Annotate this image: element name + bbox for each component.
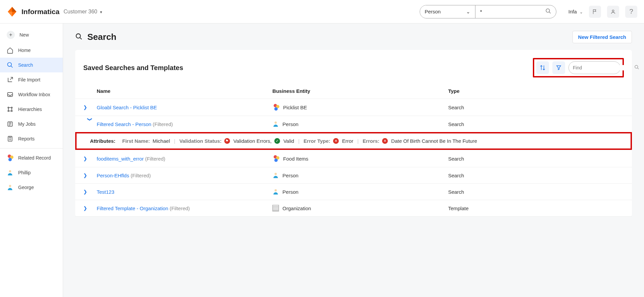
global-search-input[interactable] [480, 9, 545, 14]
flag-icon[interactable] [589, 6, 601, 18]
sidebar-recent-related-record[interactable]: Related Record [0, 151, 63, 165]
svg-point-22 [275, 173, 277, 175]
user-admin-icon[interactable] [607, 6, 619, 18]
table-row: ❯ Filtered Search - Person (Filtered) Pe… [75, 116, 632, 132]
be-name: Person [282, 121, 298, 127]
chevron-down-icon: ⌄ [580, 10, 583, 14]
sidebar-item-file-import[interactable]: File Import [0, 72, 63, 87]
sidebar-item-home[interactable]: Home [0, 43, 63, 58]
chevron-down-icon: ⌄ [466, 9, 470, 15]
svg-line-20 [637, 68, 639, 69]
sidebar-item-label: Search [18, 62, 33, 68]
type-cell: Search [448, 189, 624, 195]
search-icon[interactable] [545, 8, 551, 15]
sidebar: + New Home Search File Import Workflow I… [0, 23, 63, 297]
new-filtered-search-button[interactable]: New Filtered Search [572, 31, 632, 43]
multi-dot-icon [7, 155, 13, 161]
filtered-tag: (Filtered) [131, 173, 151, 178]
sort-button[interactable] [536, 61, 549, 74]
multi-dot-icon [272, 155, 280, 162]
be-name: Person [282, 189, 298, 195]
svg-point-6 [8, 63, 12, 67]
type-cell: Search [448, 121, 624, 127]
saved-searches-panel: Saved Searches and Templates [75, 50, 632, 217]
sidebar-item-label: File Import [18, 77, 40, 82]
search-icon[interactable] [634, 65, 639, 71]
svg-point-12 [11, 110, 12, 111]
informatica-logo-icon [7, 6, 17, 17]
jobs-icon [7, 121, 13, 127]
filtered-tag: (Filtered) [170, 205, 190, 211]
sidebar-recent-george[interactable]: George [0, 180, 63, 195]
svg-point-23 [275, 189, 277, 192]
sidebar-item-reports[interactable]: Reports [0, 131, 63, 146]
find-input[interactable] [573, 65, 632, 70]
sidebar-item-my-jobs[interactable]: My Jobs [0, 117, 63, 131]
table-row: ❯ Person-EHflds (Filtered) Person Search [75, 167, 632, 183]
person-icon [7, 169, 13, 176]
person-icon [272, 121, 279, 127]
expand-toggle[interactable]: ❯ [87, 117, 93, 131]
type-cell: Search [448, 156, 624, 162]
help-icon[interactable]: ? [625, 6, 637, 18]
svg-point-11 [8, 110, 9, 111]
search-name-link[interactable]: Filtered Template - Organization [97, 205, 168, 211]
search-name-link[interactable]: Gloabl Search - Picklist BE [97, 105, 157, 110]
sidebar-recent-label: George [18, 185, 34, 190]
filtered-tag: (Filtered) [145, 156, 165, 162]
svg-point-19 [635, 65, 638, 68]
saved-searches-table: Name Business Entity Type ❯ Gloabl Searc… [75, 83, 632, 217]
attributes-detail-highlight: Attributes: First Name: Michael | Valida… [75, 132, 632, 150]
expand-toggle[interactable]: ❯ [83, 205, 97, 211]
be-name: Food Items [283, 156, 308, 162]
svg-marker-1 [12, 7, 16, 11]
search-name-link[interactable]: Filtered Search - Person [97, 121, 151, 127]
sidebar-recent-label: Related Record [18, 155, 51, 161]
find-wrap [568, 61, 620, 74]
error-badge-icon: ⚑ [224, 138, 230, 144]
attr-key-validation-status: Validation Status: [179, 138, 222, 144]
svg-point-9 [8, 107, 9, 108]
attr-val-first-name: Michael [153, 138, 170, 144]
type-cell: Search [448, 105, 624, 110]
entity-select[interactable]: Person ⌄ [420, 5, 475, 18]
plus-icon: + [7, 31, 15, 39]
svg-point-5 [612, 10, 614, 11]
expand-toggle[interactable]: ❯ [83, 189, 97, 194]
user-dropdown[interactable]: Infa ⌄ [568, 9, 583, 14]
filter-button[interactable] [552, 61, 565, 74]
svg-point-17 [76, 34, 81, 38]
expand-toggle[interactable]: ❯ [83, 105, 97, 110]
search-name-link[interactable]: Person-EHflds [97, 173, 129, 178]
sidebar-new[interactable]: + New [0, 27, 63, 43]
valid-badge-icon: ✓ [274, 138, 280, 144]
page-title: Search [87, 32, 117, 42]
search-name-link[interactable]: Test123 [97, 189, 114, 195]
be-name: Organization [282, 205, 311, 211]
table-row: ❯ fooditems_with_error (Filtered) Food I… [75, 150, 632, 167]
top-header: Informatica Customer 360 ▾ Person ⌄ Infa… [0, 0, 644, 23]
panel-title: Saved Searches and Templates [83, 64, 183, 72]
table-row: ❯ Gloabl Search - Picklist BE Picklist B… [75, 99, 632, 116]
sidebar-recent-phillip[interactable]: Phillip [0, 165, 63, 180]
person-icon [7, 184, 13, 191]
table-row: ❯ Filtered Template - Organization (Filt… [75, 200, 632, 217]
multi-dot-icon [272, 104, 280, 111]
sidebar-item-search[interactable]: Search [0, 58, 63, 72]
sidebar-item-hierarchies[interactable]: Hierarchies [0, 102, 63, 117]
main-content: Search New Filtered Search Saved Searche… [63, 23, 644, 297]
brand-block: Informatica Customer 360 ▾ [7, 6, 102, 17]
person-icon [272, 188, 279, 195]
search-name-link[interactable]: fooditems_with_error [97, 156, 144, 162]
attr-key-errors: Errors: [363, 138, 379, 144]
svg-line-4 [549, 12, 551, 13]
app-name[interactable]: Customer 360 ▾ [63, 9, 102, 15]
svg-marker-2 [8, 12, 12, 16]
filtered-tag: (Filtered) [153, 121, 173, 127]
expand-toggle[interactable]: ❯ [83, 173, 97, 178]
sidebar-item-workflow-inbox[interactable]: Workflow Inbox [0, 87, 63, 102]
chevron-down-icon: ▾ [100, 10, 102, 14]
svg-point-15 [9, 170, 11, 173]
svg-point-21 [275, 122, 277, 124]
expand-toggle[interactable]: ❯ [83, 156, 97, 161]
